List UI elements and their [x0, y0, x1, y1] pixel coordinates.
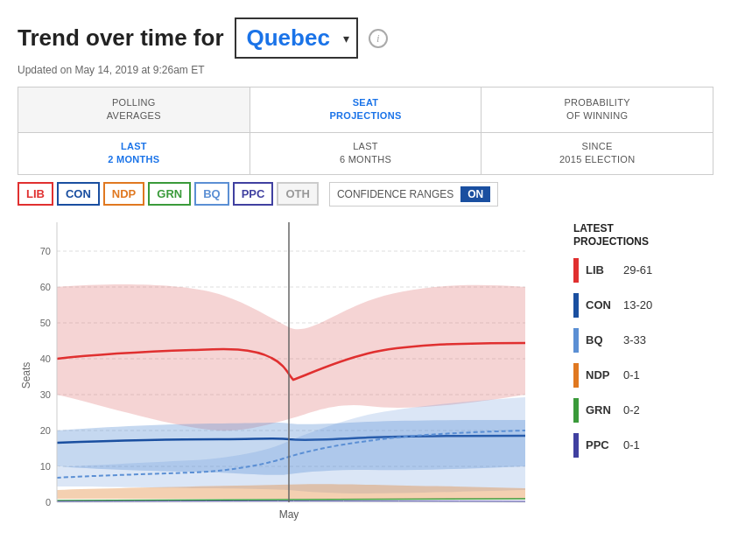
tab-seat-projections[interactable]: SEATPROJECTIONS [250, 88, 482, 132]
tab-last-6-months[interactable]: LAST6 MONTHS [250, 133, 482, 174]
legend-range-con: 13-20 [623, 298, 652, 312]
page-title: Trend over time for [18, 24, 224, 52]
confidence-label: CONFIDENCE RANGES [337, 188, 460, 200]
chart-area: Seats 0 10 2 [18, 214, 565, 532]
legend-party-con: CON [586, 298, 616, 312]
legend-bar-bq [573, 328, 579, 353]
party-button-lib[interactable]: LIB [18, 182, 53, 206]
legend-range-ppc: 0-1 [623, 438, 640, 452]
main-content: Seats 0 10 2 [18, 214, 713, 532]
legend-bar-con [573, 293, 579, 318]
legend-item-con: CON 13-20 [573, 293, 713, 318]
svg-text:20: 20 [40, 425, 51, 436]
updated-text: Updated on May 14, 2019 at 9:26am ET [18, 64, 713, 76]
legend-area: LATESTPROJECTIONS LIB 29-61 CON 13-20 BQ… [573, 214, 713, 532]
legend-party-lib: LIB [586, 263, 616, 276]
legend-party-bq: BQ [586, 333, 616, 346]
toggle-on-button[interactable]: ON [460, 186, 490, 202]
grn-line [57, 499, 525, 500]
svg-text:10: 10 [40, 461, 51, 472]
party-button-ppc[interactable]: PPC [233, 182, 274, 206]
chevron-down-icon: ▾ [343, 32, 349, 46]
legend-party-grn: GRN [586, 403, 616, 416]
legend-item-bq: BQ 3-33 [573, 328, 713, 353]
party-button-oth[interactable]: OTH [277, 182, 318, 206]
legend-party-ndp: NDP [586, 368, 616, 382]
trend-chart: Seats 0 10 2 [18, 214, 534, 528]
svg-text:0: 0 [46, 497, 51, 508]
party-button-ndp[interactable]: NDP [103, 182, 144, 206]
legend-bar-ndp [573, 363, 579, 388]
party-button-bq[interactable]: BQ [194, 182, 229, 206]
svg-text:40: 40 [40, 354, 51, 364]
tab-since-2015[interactable]: SINCE2015 ELECTION [481, 133, 713, 174]
legend-item-grn: GRN 0-2 [573, 398, 713, 423]
party-filter-row: LIB CON NDP GRN BQ PPC OTH CONFIDENCE RA… [18, 182, 713, 206]
confidence-toggle[interactable]: CONFIDENCE RANGES ON [329, 182, 498, 206]
inner-tabs: LAST2 MONTHS LAST6 MONTHS SINCE2015 ELEC… [18, 133, 713, 175]
legend-bar-grn [573, 398, 579, 423]
party-button-grn[interactable]: GRN [148, 182, 191, 206]
legend-range-bq: 3-33 [623, 333, 646, 346]
legend-item-ndp: NDP 0-1 [573, 363, 713, 388]
tab-last-2-months[interactable]: LAST2 MONTHS [18, 133, 250, 174]
outer-tabs: POLLINGAVERAGES SEATPROJECTIONS PROBABIL… [18, 87, 713, 133]
legend-title: LATESTPROJECTIONS [573, 222, 713, 249]
y-axis-label: Seats [20, 361, 32, 388]
info-icon[interactable]: i [369, 29, 388, 48]
svg-text:50: 50 [40, 318, 51, 328]
svg-text:30: 30 [40, 389, 51, 400]
legend-bar-ppc [573, 433, 579, 458]
x-axis-label: May [279, 508, 299, 521]
legend-item-ppc: PPC 0-1 [573, 433, 713, 458]
legend-range-lib: 29-61 [623, 263, 652, 276]
party-button-con[interactable]: CON [57, 182, 100, 206]
legend-bar-lib [573, 258, 579, 283]
legend-range-ndp: 0-1 [623, 368, 640, 382]
tab-polling-averages[interactable]: POLLINGAVERAGES [18, 88, 250, 132]
region-dropdown[interactable]: Quebec ▾ [235, 18, 358, 59]
legend-item-lib: LIB 29-61 [573, 258, 713, 283]
svg-text:70: 70 [40, 246, 51, 256]
svg-text:60: 60 [40, 282, 51, 292]
tab-probability-winning[interactable]: PROBABILITYOF WINNING [481, 88, 713, 132]
dropdown-value: Quebec [247, 24, 330, 52]
legend-range-grn: 0-2 [623, 403, 640, 416]
legend-party-ppc: PPC [586, 438, 616, 452]
